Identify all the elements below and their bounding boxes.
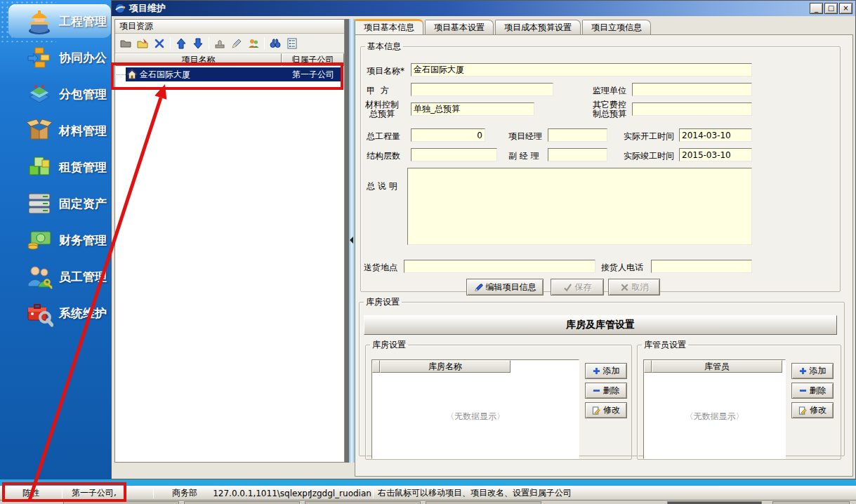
warehouse-list[interactable]: 库房名称 〈无数据显示〉: [371, 359, 579, 459]
sidebar-item-lease[interactable]: 租赁管理: [0, 150, 111, 184]
report-grid-icon[interactable]: [284, 35, 301, 52]
folder-icon[interactable]: [117, 35, 134, 52]
floors-label: 结构层数: [367, 150, 400, 162]
status-user: 陈胜: [0, 486, 62, 500]
taskbar-segment[interactable]: [184, 501, 300, 504]
tab-basic-info[interactable]: 项目基本信息: [355, 19, 423, 34]
delivery-address-label: 送货地点: [364, 262, 397, 274]
sidebar-item-label: 协同办公: [59, 50, 107, 66]
sidebar-item-label: 工程管理: [59, 13, 107, 29]
sidebar-item-assets[interactable]: 固定资产: [0, 187, 111, 220]
tab-page-basic-info: 基本信息 项目名称* 甲方 监理单位 材料控制总预算 其它费控制总预算 总工程量: [355, 34, 853, 477]
taskbar-segment[interactable]: [63, 501, 179, 504]
window-title: 项目维护: [129, 2, 166, 15]
sidebar-item-engineering[interactable]: 工程管理: [8, 4, 111, 38]
tab-basic-settings[interactable]: 项目基本设置: [425, 20, 494, 34]
project-name-input[interactable]: [411, 63, 752, 77]
house-icon: [126, 69, 138, 80]
status-hint: 右击鼠标可以移动项目、项目改名、设置归属子公司: [374, 486, 856, 500]
status-company: 第一子公司,: [62, 486, 126, 500]
warehouse-name-column-header[interactable]: 库房名称: [380, 360, 511, 373]
keeper-modify-button[interactable]: 修改: [791, 402, 834, 418]
warehouse-groupbox: 库房设置 库房及库管设置 库房设置 库房名称 〈无数据显示〉: [359, 296, 845, 456]
delivery-address-input[interactable]: [404, 260, 595, 273]
window-content: 项目资源 项目名称: [112, 16, 855, 479]
supervisor-label: 监理单位: [593, 85, 626, 97]
material-budget-label-line2: 总预算: [369, 109, 395, 119]
save-button[interactable]: 保存: [551, 279, 604, 296]
basic-info-group-title: 基本信息: [365, 41, 403, 53]
sidebar-item-label: 租赁管理: [59, 159, 107, 175]
total-quantity-input[interactable]: [411, 128, 485, 142]
column-header-project-name[interactable]: 项目名称: [115, 53, 282, 66]
tree-row-project-name: 金石国际大厦: [140, 69, 190, 81]
status-empty-segment: [126, 486, 153, 500]
material-budget-label-line1: 材料控制: [365, 100, 399, 110]
supervisor-input[interactable]: [632, 83, 752, 96]
delete-x-icon[interactable]: [151, 35, 168, 52]
sidebar-item-system[interactable]: 系统维护: [0, 296, 111, 330]
toolbox-icon: [25, 299, 53, 327]
binoculars-icon[interactable]: [267, 35, 284, 52]
stamp-icon[interactable]: [211, 35, 228, 52]
folder-edit-icon[interactable]: [134, 35, 151, 52]
other-budget-input[interactable]: [632, 102, 752, 116]
sidebar-item-label: 财务管理: [59, 232, 107, 248]
taskbar-segment[interactable]: [772, 501, 850, 504]
move-up-icon[interactable]: [173, 35, 190, 52]
material-budget-input[interactable]: [411, 102, 534, 116]
warehouse-remove-button[interactable]: 删除: [585, 383, 627, 399]
tab-cost-budget-settings[interactable]: 项目成本预算设置: [495, 20, 581, 34]
window-titlebar: 项目维护 _ □ ×: [112, 1, 855, 16]
minimize-button[interactable]: _: [810, 3, 823, 14]
tab-strip: 项目基本信息 项目基本设置 项目成本预算设置 项目立项信息: [355, 19, 853, 34]
highlight-blue-bar: [0, 479, 856, 486]
cancel-button[interactable]: 取消: [608, 279, 660, 296]
tree-row-project[interactable]: 金石国际大厦 第一子公司: [115, 67, 343, 81]
globe-icon: [114, 3, 126, 14]
keeper-group-title: 库管员设置: [642, 339, 688, 351]
warehouse-group-title: 库房设置: [364, 296, 402, 308]
description-textarea[interactable]: [407, 168, 752, 245]
sidebar-item-employees[interactable]: 员工管理: [0, 260, 111, 293]
minus-icon: [799, 387, 807, 394]
plus-icon: [799, 367, 807, 375]
keeper-list[interactable]: 库管员 〈无数据显示〉: [643, 359, 786, 459]
warehouse-modify-button[interactable]: 修改: [585, 402, 627, 418]
panel-splitter[interactable]: [349, 19, 355, 463]
money-icon: [25, 226, 53, 254]
start-date-input[interactable]: [679, 128, 752, 142]
maximize-button[interactable]: □: [824, 3, 838, 14]
doc-edit-icon: [592, 406, 600, 415]
pencil-icon[interactable]: [228, 35, 245, 52]
sidebar-item-office[interactable]: 协同办公: [0, 41, 111, 74]
collapse-chevron-icon[interactable]: [350, 237, 353, 244]
minus-icon: [593, 387, 600, 394]
close-button[interactable]: ×: [839, 3, 852, 14]
sidebar-item-label: 材料管理: [59, 123, 107, 139]
sidebar-item-subcontract[interactable]: 分包管理: [0, 77, 111, 111]
floors-input[interactable]: [411, 148, 497, 161]
taskbar-segment[interactable]: [305, 501, 421, 504]
column-header-subsidiary[interactable]: 归属子公司: [282, 53, 344, 66]
project-manager-input[interactable]: [548, 128, 607, 142]
warehouse-add-button[interactable]: 添加: [585, 363, 627, 379]
keeper-remove-button[interactable]: 删除: [791, 383, 834, 399]
deputy-manager-input[interactable]: [548, 148, 607, 161]
keeper-add-button[interactable]: 添加: [791, 363, 834, 379]
users-icon[interactable]: [245, 35, 262, 52]
end-date-input[interactable]: [679, 148, 752, 161]
taskbar-segment[interactable]: [426, 501, 541, 504]
tree-column-headers: 项目名称 归属子公司: [115, 53, 344, 66]
sidebar-item-material[interactable]: 材料管理: [0, 114, 111, 147]
status-database: Jzgdgl_ruodian: [308, 486, 373, 500]
edit-project-info-button[interactable]: 编辑项目信息: [466, 279, 544, 296]
sidebar-item-finance[interactable]: 财务管理: [0, 223, 111, 257]
party-a-input[interactable]: [411, 83, 553, 96]
move-down-icon[interactable]: [190, 35, 206, 52]
receiver-phone-input[interactable]: [651, 260, 752, 273]
tab-approval-info[interactable]: 项目立项信息: [582, 20, 651, 34]
tree-panel-title: 项目资源: [119, 20, 153, 32]
keeper-column-header[interactable]: 库管员: [652, 360, 782, 373]
taskbar-segment-active[interactable]: [667, 501, 762, 504]
